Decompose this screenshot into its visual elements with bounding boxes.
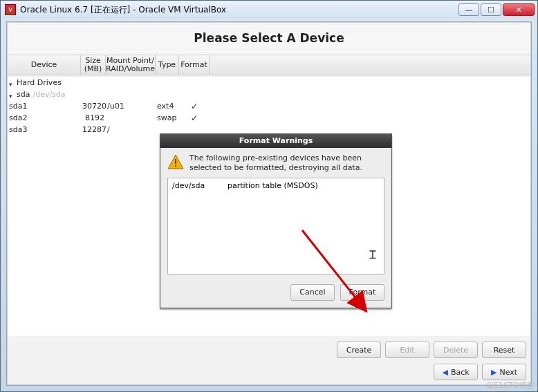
crud-bar: Create Edit Delete Reset — [12, 342, 526, 358]
nav-bar: ◀ Back ▶ Next — [12, 364, 526, 380]
dialog-format-button[interactable]: Format — [340, 284, 384, 301]
partition-name: sda2 — [9, 113, 27, 122]
col-type: Type — [156, 55, 179, 75]
partition-name: sda1 — [9, 102, 27, 111]
chevron-down-icon[interactable] — [9, 80, 15, 86]
minimize-button[interactable]: — — [458, 3, 479, 16]
warning-icon — [167, 153, 184, 170]
partition-name: sda3 — [9, 125, 27, 134]
col-size: Size (MB) — [81, 55, 106, 75]
create-button[interactable]: Create — [337, 342, 381, 358]
dialog-message: The following pre-existing devices have … — [189, 153, 384, 174]
partition-type: swap — [156, 113, 179, 122]
edit-button[interactable]: Edit — [385, 342, 429, 358]
installer-window: Please Select A Device Device Size (MB) … — [7, 22, 531, 385]
check-icon: ✓ — [191, 102, 198, 111]
dialog-device-desc: partition table (MSDOS) — [228, 181, 318, 190]
page-title: Please Select A Device — [8, 23, 530, 55]
close-button[interactable]: ✕ — [503, 3, 535, 16]
outer-window: v Oracle Linux 6.7 [正在运行] - Oracle VM Vi… — [0, 0, 538, 392]
dialog-title: Format Warnings — [160, 134, 391, 148]
reset-button[interactable]: Reset — [482, 342, 526, 358]
dialog-device-list[interactable]: /dev/sda partition table (MSDOS) Ꮖ — [167, 178, 384, 274]
disk-hint: /dev/sda — [33, 90, 65, 99]
outer-titlebar[interactable]: v Oracle Linux 6.7 [正在运行] - Oracle VM Vi… — [1, 1, 537, 19]
maximize-button[interactable]: ☐ — [481, 3, 501, 16]
tree-row-disk[interactable]: sda /dev/sda — [8, 88, 530, 100]
col-format: Format — [179, 55, 210, 75]
chevron-down-icon[interactable] — [9, 91, 15, 97]
col-mount: Mount Point/ RAID/Volume — [106, 55, 156, 75]
col-device: Device — [8, 55, 81, 75]
virtualbox-icon: v — [5, 4, 16, 15]
device-table-header: Device Size (MB) Mount Point/ RAID/Volum… — [8, 55, 530, 75]
disk-name: sda — [17, 90, 30, 99]
tree-root-label: Hard Drives — [17, 78, 62, 87]
next-button[interactable]: ▶ Next — [482, 364, 526, 380]
partition-type: ext4 — [156, 102, 179, 111]
dialog-device-row[interactable]: /dev/sda partition table (MSDOS) — [172, 181, 380, 190]
arrow-left-icon: ◀ — [442, 368, 447, 377]
outer-window-title: Oracle Linux 6.7 [正在运行] - Oracle VM Virt… — [20, 4, 226, 16]
delete-button[interactable]: Delete — [434, 342, 478, 358]
vm-client-area: Please Select A Device Device Size (MB) … — [6, 21, 532, 386]
check-icon: ✓ — [191, 113, 198, 123]
partition-mount: / — [106, 125, 156, 134]
partition-size: 30720 — [81, 102, 106, 111]
tree-row-partition[interactable]: sda1 30720 /u01 ext4 ✓ — [8, 100, 530, 112]
text-cursor-icon: Ꮖ — [369, 248, 377, 261]
arrow-right-icon: ▶ — [491, 368, 497, 377]
svg-rect-1 — [175, 159, 176, 164]
tree-row-partition[interactable]: sda2 8192 swap ✓ — [8, 112, 530, 124]
format-warnings-dialog: Format Warnings The following pre-existi… — [160, 133, 392, 308]
svg-rect-2 — [175, 165, 176, 167]
back-button[interactable]: ◀ Back — [434, 364, 478, 380]
partition-size: 12287 — [81, 125, 106, 134]
partition-size: 8192 — [81, 113, 106, 122]
dialog-device-path: /dev/sda — [172, 181, 228, 190]
tree-row-root[interactable]: Hard Drives — [8, 77, 530, 88]
partition-mount: /u01 — [106, 102, 156, 111]
dialog-cancel-button[interactable]: Cancel — [290, 284, 335, 301]
